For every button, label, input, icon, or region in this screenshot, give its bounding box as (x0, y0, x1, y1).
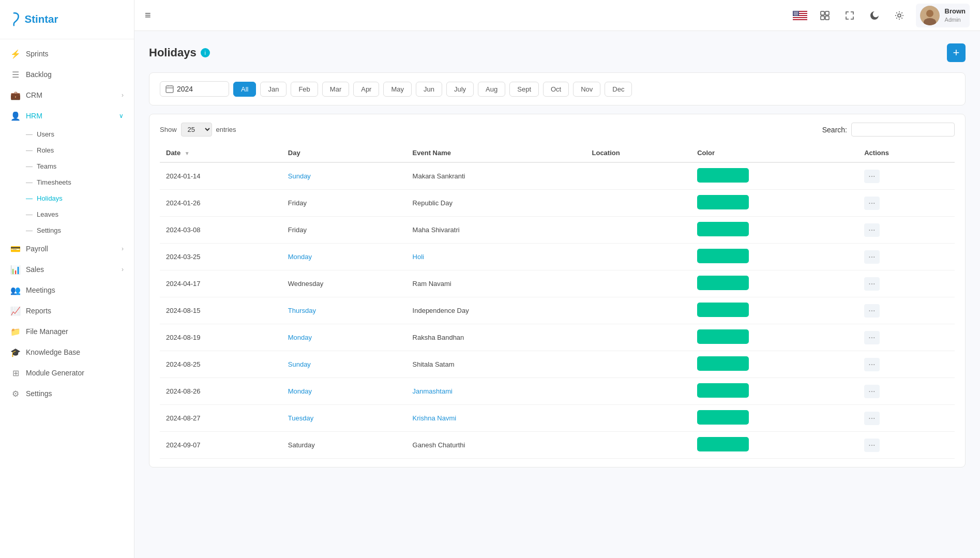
row-actions-button[interactable]: ··· (864, 304, 879, 318)
row-actions-button[interactable]: ··· (864, 331, 879, 344)
svg-point-9 (795, 11, 796, 12)
svg-rect-25 (821, 11, 824, 15)
sidebar-item-reports[interactable]: 📈 Reports (0, 300, 134, 321)
svg-point-24 (797, 14, 798, 16)
cell-location (586, 378, 691, 405)
sidebar-item-sales[interactable]: 📊 Sales › (0, 259, 134, 280)
month-btn-may[interactable]: May (383, 82, 412, 97)
sidebar-item-file-manager[interactable]: 📁 File Manager (0, 321, 134, 342)
sidebar-item-backlog[interactable]: ☰ Backlog (0, 64, 134, 85)
month-btn-jan[interactable]: Jan (260, 82, 287, 97)
sidebar-item-users[interactable]: — Users (26, 126, 134, 142)
sidebar-item-roles[interactable]: — Roles (26, 142, 134, 158)
month-btn-sept[interactable]: Sept (509, 82, 539, 97)
svg-point-8 (794, 11, 795, 12)
info-icon[interactable]: i (201, 48, 210, 57)
row-actions-button[interactable]: ··· (864, 170, 879, 183)
menu-toggle-icon[interactable]: ≡ (145, 9, 151, 21)
user-profile[interactable]: Brown Admin (916, 4, 970, 27)
module-generator-icon: ⊞ (10, 368, 21, 378)
sidebar-item-teams[interactable]: — Teams (26, 158, 134, 174)
sidebar-label-roles: Roles (37, 146, 54, 154)
cell-location (586, 297, 691, 324)
col-location[interactable]: Location (586, 144, 691, 162)
cell-location (586, 217, 691, 244)
row-actions-button[interactable]: ··· (864, 250, 879, 264)
sidebar-label-timesheets: Timesheets (37, 178, 71, 186)
sidebar-label-module-generator: Module Generator (26, 369, 124, 377)
row-actions-button[interactable]: ··· (864, 412, 879, 425)
sidebar-item-meetings[interactable]: 👥 Meetings (0, 280, 134, 300)
cell-date: 2024-03-08 (160, 217, 282, 244)
sidebar-item-hrm[interactable]: 👤 HRM ∨ (0, 105, 134, 126)
row-actions-button[interactable]: ··· (864, 277, 879, 291)
col-date[interactable]: Date ▼ (160, 144, 282, 162)
table-row: 2024-01-26 Friday Republic Day ··· (160, 190, 955, 217)
search-label: Search: (822, 126, 847, 134)
sidebar-label-leaves: Leaves (37, 210, 58, 218)
row-actions-button[interactable]: ··· (864, 439, 879, 452)
col-event[interactable]: Event Name (406, 144, 586, 162)
add-holiday-button[interactable]: + (947, 43, 966, 62)
month-btn-nov[interactable]: Nov (573, 82, 600, 97)
table-row: 2024-03-08 Friday Maha Shivaratri ··· (160, 217, 955, 244)
sidebar-label-sprints: Sprints (26, 50, 124, 58)
month-btn-jun[interactable]: Jun (416, 82, 442, 97)
sidebar-item-settings[interactable]: ⚙ Settings (0, 383, 134, 404)
search-area: Search: (822, 123, 955, 137)
row-actions-button[interactable]: ··· (864, 385, 879, 398)
entries-select[interactable]: 10 25 50 100 (181, 123, 212, 137)
month-btn-all[interactable]: All (233, 82, 256, 97)
month-btn-aug[interactable]: Aug (478, 82, 505, 97)
sidebar-item-holidays[interactable]: — Holidays (26, 190, 134, 206)
payroll-expand-icon: › (122, 245, 124, 252)
sidebar-label-users: Users (37, 130, 54, 138)
flag-icon[interactable] (792, 7, 808, 24)
month-btn-oct[interactable]: Oct (543, 82, 569, 97)
month-btn-mar[interactable]: Mar (322, 82, 349, 97)
col-color[interactable]: Color (691, 144, 858, 162)
sidebar: Stintar ⚡ Sprints ☰ Backlog 💼 CRM › 👤 HR… (0, 0, 134, 558)
cell-event: Makara Sankranti (406, 162, 586, 190)
svg-point-23 (796, 14, 797, 16)
cell-actions: ··· (858, 190, 955, 217)
svg-point-14 (796, 12, 797, 13)
year-input[interactable]: 2024 (177, 85, 223, 93)
row-actions-button[interactable]: ··· (864, 197, 879, 210)
month-btn-july[interactable]: July (446, 82, 474, 97)
cell-date: 2024-08-26 (160, 378, 282, 405)
row-actions-button[interactable]: ··· (864, 223, 879, 237)
cell-day: Thursday (282, 297, 406, 324)
fullscreen-icon[interactable] (841, 7, 858, 24)
cell-event: Ram Navami (406, 270, 586, 297)
dark-mode-icon[interactable] (866, 7, 883, 24)
hrm-icon: 👤 (10, 111, 21, 121)
sidebar-item-knowledge-base[interactable]: 🎓 Knowledge Base (0, 342, 134, 363)
cell-location (586, 270, 691, 297)
month-btn-feb[interactable]: Feb (291, 82, 318, 97)
col-day[interactable]: Day (282, 144, 406, 162)
sidebar-item-module-generator[interactable]: ⊞ Module Generator (0, 363, 134, 383)
cell-day: Monday (282, 378, 406, 405)
row-actions-button[interactable]: ··· (864, 358, 879, 371)
gear-icon[interactable] (891, 7, 908, 24)
month-btn-apr[interactable]: Apr (353, 82, 379, 97)
color-swatch (697, 329, 749, 344)
year-picker[interactable]: 2024 (160, 81, 229, 97)
search-input[interactable] (851, 123, 955, 137)
cell-date: 2024-03-25 (160, 244, 282, 270)
sidebar-item-leaves[interactable]: — Leaves (26, 206, 134, 222)
sidebar-item-hrm-settings[interactable]: — Settings (26, 222, 134, 238)
svg-point-15 (797, 12, 798, 13)
logo: Stintar (0, 0, 134, 39)
cell-day: Tuesday (282, 405, 406, 432)
sidebar-item-payroll[interactable]: 💳 Payroll › (0, 238, 134, 259)
svg-rect-5 (793, 18, 807, 19)
show-entries: Show 10 25 50 100 entries (160, 123, 236, 137)
grid-icon[interactable] (817, 7, 833, 24)
knowledge-base-icon: 🎓 (10, 347, 21, 357)
sidebar-item-sprints[interactable]: ⚡ Sprints (0, 43, 134, 64)
month-btn-dec[interactable]: Dec (605, 82, 632, 97)
sidebar-item-timesheets[interactable]: — Timesheets (26, 174, 134, 190)
sidebar-item-crm[interactable]: 💼 CRM › (0, 85, 134, 105)
